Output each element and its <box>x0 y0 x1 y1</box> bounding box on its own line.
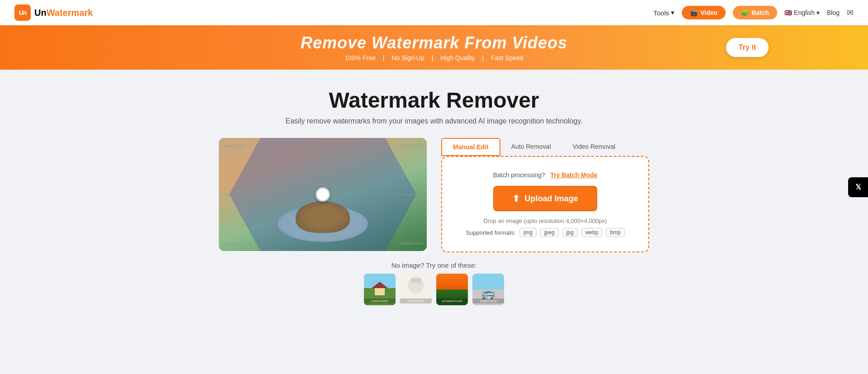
wm-text-6: unwatermark <box>400 241 423 246</box>
tool-area: unwatermark unwatermark unwatermark unwa… <box>219 138 649 252</box>
batch-hint: Batch processing? Try Batch Mode <box>453 171 637 179</box>
wm-text-1: unwatermark <box>222 143 246 148</box>
format-png: png <box>519 228 537 237</box>
batch-mode-link[interactable]: Try Batch Mode <box>550 171 597 179</box>
sample-section: No image? Try one of these: watermark wa… <box>364 261 504 305</box>
chevron-down-icon: ▾ <box>671 9 675 17</box>
page-title: Watermark Remover <box>329 88 539 113</box>
sample-label: No image? Try one of these: <box>364 261 504 269</box>
wm-text-2: unwatermark <box>400 143 423 148</box>
wm-text-3: unwatermark <box>222 192 246 197</box>
tools-menu[interactable]: Tools ▾ <box>653 9 675 17</box>
wm-text-5: unwatermark <box>222 241 246 246</box>
banner-title: Remove Watermark From Videos <box>301 33 567 52</box>
sample-image-3[interactable]: unwatermark <box>436 274 468 305</box>
flag-icon: 🇬🇧 <box>784 9 792 16</box>
format-bmp: bmp <box>606 228 624 237</box>
video-button[interactable]: 🎬 Video <box>682 6 726 19</box>
try-it-button[interactable]: Try it <box>726 38 769 57</box>
upload-area: Batch processing? Try Batch Mode ⬆ Uploa… <box>441 156 649 252</box>
format-label: Supported formats: <box>466 229 516 236</box>
sample-watermark: watermark <box>472 298 504 303</box>
mail-icon[interactable]: ✉ <box>847 8 854 18</box>
banner-subtitle: 100% Free | No Sign-Up | High Quality | … <box>301 54 567 62</box>
format-jpeg: jpeg <box>540 228 559 237</box>
format-jpg: jpg <box>562 228 578 237</box>
wm-text-4: unwatermark <box>400 192 423 197</box>
sample-watermark: watermark <box>364 298 396 303</box>
navbar: Un UnWatermark Tools ▾ 🎬 Video 🧩 Batch 🇬… <box>0 0 868 25</box>
navbar-right: Tools ▾ 🎬 Video 🧩 Batch 🇬🇧 English ▾ Blo… <box>653 6 854 19</box>
preview-image: unwatermark unwatermark unwatermark unwa… <box>219 138 427 251</box>
format-webp: webp <box>581 228 603 237</box>
chevron-down-icon: ▾ <box>816 9 820 16</box>
panel: Manual Edit Auto Removal Video Removal B… <box>441 138 649 252</box>
upload-image-button[interactable]: ⬆ Upload Image <box>493 186 597 211</box>
sample-image-4[interactable]: 🚌 watermark <box>472 274 504 305</box>
logo-icon: Un <box>14 5 31 21</box>
logo-area: Un UnWatermark <box>14 5 93 21</box>
tab-video-removal[interactable]: Video Removal <box>562 138 627 155</box>
tabs: Manual Edit Auto Removal Video Removal <box>441 138 649 156</box>
drop-hint: Drop an image (upto resolution 4,000×4,0… <box>453 218 637 224</box>
tab-manual-edit[interactable]: Manual Edit <box>441 138 500 156</box>
sample-image-1[interactable]: watermark <box>364 274 396 305</box>
image-preview: unwatermark unwatermark unwatermark unwa… <box>219 138 427 251</box>
main-content: Watermark Remover Easily remove watermar… <box>0 70 868 319</box>
sample-images: watermark watermark unwatermark 🚌 waterm… <box>364 274 504 305</box>
page-subtitle: Easily remove watermarks from your image… <box>286 117 583 125</box>
drag-handle[interactable] <box>316 187 330 202</box>
language-selector[interactable]: 🇬🇧 English ▾ <box>784 9 820 16</box>
blog-link[interactable]: Blog <box>827 9 840 16</box>
sample-image-2[interactable]: watermark <box>400 274 432 305</box>
batch-icon: 🧩 <box>741 9 749 16</box>
sample-watermark: unwatermark <box>436 298 468 303</box>
sample-watermark: watermark <box>400 298 432 303</box>
tab-auto-removal[interactable]: Auto Removal <box>500 138 562 155</box>
banner-content: Remove Watermark From Videos 100% Free |… <box>301 33 567 62</box>
twitter-button[interactable]: 𝕏 <box>848 177 868 197</box>
tools-label: Tools <box>653 9 669 17</box>
logo-text: UnWatermark <box>34 8 93 18</box>
upload-icon: ⬆ <box>512 193 520 204</box>
twitter-icon: 𝕏 <box>855 183 861 191</box>
video-icon: 🎬 <box>690 9 698 16</box>
promo-banner: Remove Watermark From Videos 100% Free |… <box>0 25 868 70</box>
batch-button[interactable]: 🧩 Batch <box>733 6 777 19</box>
format-row: Supported formats: png jpeg jpg webp bmp <box>453 228 637 237</box>
